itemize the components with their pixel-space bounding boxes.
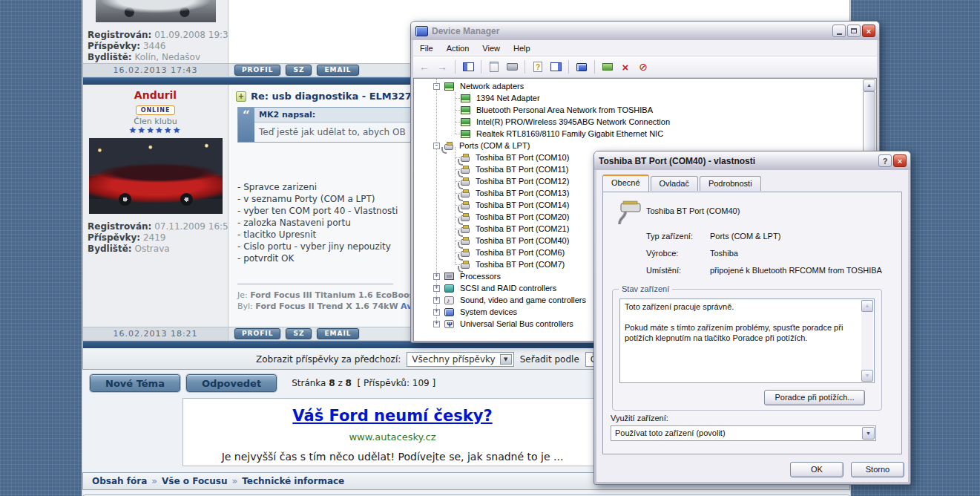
processor-icon: [444, 273, 454, 280]
close-button[interactable]: ×: [862, 25, 875, 37]
tab-podrobnosti[interactable]: Podrobnosti: [700, 176, 761, 191]
profil-button[interactable]: PROFIL: [234, 328, 280, 339]
post2-author[interactable]: Anduril: [83, 89, 228, 101]
email-button[interactable]: EMAIL: [317, 65, 358, 76]
location-info: Bydliště: Ostrava: [88, 244, 223, 255]
dialog-tabs: Obecné Ovladač Podrobnosti: [596, 170, 908, 191]
disable-icon[interactable]: ×: [617, 59, 634, 74]
forward-icon[interactable]: →: [434, 59, 450, 74]
manufacturer-row: Výrobce:Toshiba: [646, 248, 894, 258]
tree-item-label: Sound, video and game controllers: [458, 296, 588, 304]
status-scroll-down-icon[interactable]: ▼: [861, 370, 873, 382]
status-scroll-up-icon[interactable]: ▲: [861, 300, 873, 312]
network-adapter-icon: [461, 106, 470, 114]
scsi-icon: [444, 284, 454, 293]
ad-url[interactable]: www.autacesky.cz: [183, 431, 602, 443]
cancel-button[interactable]: Storno: [851, 462, 904, 477]
new-topic-button[interactable]: Nové Téma: [90, 374, 180, 392]
location-info: Bydliště: Kolín, Nedašov: [88, 52, 223, 63]
device-usage-select[interactable]: Používat toto zařízení (povolit) ▼: [611, 425, 876, 441]
help-button[interactable]: ?: [878, 154, 892, 167]
ok-button[interactable]: OK: [790, 462, 843, 477]
expand-minus-icon[interactable]: -: [433, 143, 440, 149]
sz-button[interactable]: SZ: [286, 65, 312, 76]
email-button[interactable]: EMAIL: [317, 328, 358, 339]
sort-by-label: Seřadit podle: [520, 354, 579, 365]
network-adapter-icon: [461, 130, 470, 138]
title-bar[interactable]: Device Manager ×: [411, 22, 879, 40]
back-icon[interactable]: ←: [416, 59, 433, 74]
tree-item-label: Bluetooth Personal Area Network from TOS…: [475, 105, 654, 114]
console-tree-icon[interactable]: [460, 59, 476, 74]
tree-item-label: Toshiba BT Port (COM6): [474, 248, 566, 257]
sz-button[interactable]: SZ: [286, 328, 312, 339]
port-icon: [461, 227, 470, 233]
properties-icon[interactable]: [486, 59, 502, 74]
show-pane-icon[interactable]: [547, 59, 564, 74]
maximize-button[interactable]: [847, 25, 861, 37]
expand-plus-icon[interactable]: +: [433, 273, 440, 280]
help-icon[interactable]: ?: [530, 59, 546, 74]
reply-button[interactable]: Odpovedet: [186, 374, 277, 392]
update-driver-icon[interactable]: [599, 59, 616, 74]
toolbar: ←→?×⊘: [413, 56, 877, 78]
tree-item-label: Toshiba BT Port (COM21): [474, 224, 570, 233]
port-icon: [461, 156, 470, 162]
combo-arrow-icon[interactable]: ▼: [862, 427, 875, 440]
tree-item[interactable]: -Network adapters: [415, 80, 863, 92]
usb-icon: [444, 320, 454, 328]
tree-item[interactable]: Bluetooth Personal Area Network from TOS…: [415, 104, 863, 116]
dialog-close-button[interactable]: ×: [893, 154, 907, 167]
device-status-box[interactable]: Toto zařízení pracuje správně. Pokud mát…: [619, 298, 875, 383]
menu-action[interactable]: Action: [440, 44, 476, 53]
breadcrumb-link[interactable]: Technické informace: [242, 476, 344, 486]
tree-item[interactable]: Intel(R) PRO/Wireless 3945ABG Network Co…: [415, 116, 863, 128]
troubleshoot-button[interactable]: Poradce při potížích...: [764, 390, 865, 405]
scan-icon[interactable]: [573, 59, 590, 74]
expand-minus-icon[interactable]: -: [433, 83, 440, 90]
post1-author-panel: Registrován: 01.09.2008 19:30 Příspěvky:…: [83, 0, 228, 63]
device-status-text: Toto zařízení pracuje správně. Pokud mát…: [620, 299, 874, 345]
status-scrollbar[interactable]: ▲ ▼: [861, 300, 873, 382]
expand-plus-icon[interactable]: +: [433, 321, 440, 327]
tree-item-label: 1394 Net Adapter: [475, 94, 542, 102]
tree-item-label: Universal Serial Bus controllers: [458, 319, 575, 328]
tree-item-label: Toshiba BT Port (COM7): [474, 260, 566, 269]
period-select[interactable]: Všechny příspěvky ▼: [407, 352, 513, 367]
tree-item-label: Toshiba BT Port (COM14): [474, 200, 570, 209]
tab-obecne[interactable]: Obecné: [602, 174, 649, 192]
menu-view[interactable]: View: [476, 44, 507, 53]
menu-file[interactable]: File: [413, 44, 440, 53]
posts-count-info: Příspěvky: 3446: [88, 41, 223, 52]
expand-plus-icon[interactable]: +: [433, 285, 440, 292]
breadcrumb-link[interactable]: Obsah fóra: [92, 476, 147, 486]
tree-item-label: System devices: [458, 307, 519, 316]
tab-ovladac[interactable]: Ovladač: [651, 176, 698, 191]
uninstall-icon[interactable]: ⊘: [635, 59, 651, 74]
dialog-title-bar[interactable]: Toshiba BT Port (COM40) - vlastnosti ? ×: [594, 151, 910, 170]
post-icon[interactable]: +: [236, 91, 246, 102]
screen: Registrován: 01.09.2008 19:30 Příspěvky:…: [0, 0, 980, 496]
ad-link[interactable]: Váš Ford neumí česky?: [183, 407, 602, 425]
post1-date: 16.02.2013 17:43: [83, 64, 228, 76]
port-icon: [444, 144, 453, 150]
dropdown-arrow-icon[interactable]: ▼: [500, 354, 512, 365]
post1-user-photo: [96, 0, 216, 22]
network-adapter-icon: [444, 82, 454, 91]
menu-help[interactable]: Help: [507, 44, 537, 53]
sound-icon: [444, 296, 454, 304]
expand-plus-icon[interactable]: +: [433, 309, 440, 316]
print-icon[interactable]: [504, 59, 520, 74]
port-icon: [461, 239, 470, 245]
tree-item[interactable]: 1394 Net Adapter: [415, 92, 863, 104]
toolbar-separator: [455, 60, 456, 74]
window-title: Device Manager: [432, 26, 832, 36]
tree-item[interactable]: -Ports (COM & LPT): [415, 140, 863, 151]
tree-item[interactable]: Realtek RTL8169/8110 Family Gigabit Ethe…: [415, 128, 863, 140]
breadcrumb-link[interactable]: Vše o Focusu: [162, 476, 227, 486]
minimize-button[interactable]: [832, 25, 846, 37]
profil-button[interactable]: PROFIL: [234, 65, 280, 76]
expand-plus-icon[interactable]: +: [433, 297, 440, 304]
properties-dialog: Toshiba BT Port (COM40) - vlastnosti ? ×…: [593, 151, 911, 485]
scroll-up-icon[interactable]: ▲: [863, 79, 875, 91]
